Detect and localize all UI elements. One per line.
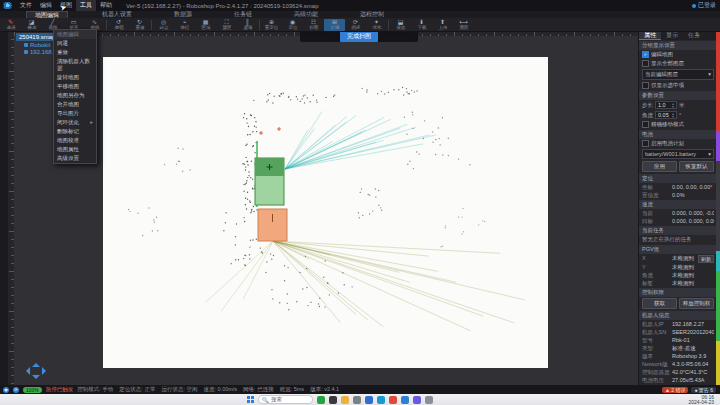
tool-重定位[interactable]: ⊕重定位 [261,19,282,31]
select-field[interactable]: 当前编辑图层▾ [642,69,714,80]
tool-保存[interactable]: ⬓保存 [390,19,411,31]
tool-上传[interactable]: ⬆上传 [432,19,453,31]
phone-link-icon[interactable] [353,396,361,404]
start-button[interactable] [247,396,254,403]
checkbox-icon[interactable] [642,121,649,128]
pan-up-button[interactable] [32,359,40,367]
checkbox-仅显示选中项[interactable]: 仅显示选中项 [639,81,717,90]
checkbox-启用电池计划[interactable]: 启用电池计划 [639,139,717,148]
settings-icon[interactable] [425,396,433,404]
spin-input[interactable]: 1.0▴▾ [655,101,677,109]
pan-down-button[interactable] [32,375,40,383]
taskbar-clock[interactable]: 06:16 2024-04-23 [688,395,714,405]
ribbon-tab-高级功能[interactable]: 高级功能 [286,11,326,18]
menu-item-旋转地图[interactable]: 旋转地图 [54,73,96,82]
menu-item-清除机器人数据[interactable]: 清除机器人数据 [54,57,96,73]
tool-选择[interactable]: ✎选择 [0,19,21,31]
wps-icon[interactable] [317,396,325,404]
scroll-minimap[interactable] [716,31,720,385]
ribbon-tab-机器人设置[interactable]: 机器人设置 [94,11,140,18]
app-blue-icon[interactable] [365,396,373,404]
menu-item-地图另存为[interactable]: 地图另存为 [54,91,96,100]
tool-闭环[interactable]: ⟳闭环 [345,19,366,31]
menu-item-高级设置[interactable]: 高级设置 [54,154,96,163]
menu-item-删除标记[interactable]: 删除标记 [54,127,96,136]
menu-工具[interactable]: 工具 [76,0,96,11]
checkbox-icon[interactable]: ✓ [642,51,649,58]
taskbar-search[interactable]: 🔍 搜索 [258,395,313,404]
释放控制权-button[interactable]: 释放控制权 [679,298,714,309]
tool-禁区[interactable]: ⛶禁区 [216,19,237,31]
ruler-tick [134,32,135,36]
error-badge[interactable]: ▲ 2 错误 [662,387,689,393]
tool-撤销[interactable]: ↺撤销 [108,19,129,31]
pan-right-button[interactable] [42,367,50,375]
刷新-button[interactable]: 刷新 [698,255,714,263]
tool-扩建[interactable]: ⊞扩建 [324,19,345,31]
notepad-icon[interactable] [329,396,337,404]
map-canvas[interactable]: 250419.smap Robokit192.168.2.27 + − [14,31,638,385]
tool-下载[interactable]: ⬇下载 [411,19,432,31]
file-explorer-icon[interactable] [341,396,349,404]
chevron-down-icon: ▾ [708,71,711,78]
tool-站点[interactable]: ◎站点 [153,19,174,31]
menu-文件[interactable]: 文件 [16,0,36,11]
menu-item-回退[interactable]: 回退 [54,39,96,48]
store-icon[interactable] [413,396,421,404]
ribbon-tab-任务链[interactable]: 任务链 [226,11,260,18]
tool-虚墙[interactable]: ║虚墙 [237,19,258,31]
checkbox-icon[interactable] [642,60,649,67]
spin-input[interactable]: 0.05▴▾ [655,111,677,119]
menu-item-平移地图[interactable]: 平移地图 [54,82,96,91]
checkbox-精确移动模式[interactable]: 精确移动模式 [639,120,717,129]
panel-tab-属性[interactable]: 属性 [639,31,661,40]
checkbox-编辑地图[interactable]: ✓编辑地图 [639,50,717,59]
恢复默认-button[interactable]: 恢复默认 [679,161,714,172]
menu-item-闭环优化[interactable]: 闭环优化▸ [54,118,96,127]
checkbox-icon[interactable] [642,140,649,147]
应用-button[interactable]: 应用 [642,161,677,172]
finish-scan-button[interactable]: 完成扫图 [340,31,378,42]
tool-测距[interactable]: ⟷测距 [453,19,474,31]
menu-item-地图校准[interactable]: 地图校准 [54,136,96,145]
spinner-arrows-icon[interactable]: ▴▾ [672,102,674,108]
ruler-tick [11,87,14,88]
pan-left-button[interactable] [22,367,30,375]
menu-item-导出图片[interactable]: 导出图片 [54,109,96,118]
tool-定位[interactable]: ◉定位 [282,19,303,31]
menu-item-重做[interactable]: 重做 [54,48,96,57]
checkbox-icon[interactable] [642,82,649,89]
section-控制权限: 控制权限 [639,288,717,297]
tool-扫图[interactable]: ☷扫图 [303,19,324,31]
ruler-tick [11,247,14,248]
browser-icon[interactable] [401,396,409,404]
tool-区域[interactable]: ▦区域 [195,19,216,31]
panel-tab-显示[interactable]: 显示 [661,31,683,40]
security-app-icon[interactable] [389,396,397,404]
sync-status-icon[interactable]: ⟳ [13,387,19,393]
menu-item-地图属性[interactable]: 地图属性 [54,145,96,154]
tool-优化[interactable]: ✦优化 [366,19,387,31]
tool-重做[interactable]: ↻重做 [129,19,150,31]
tool-路径[interactable]: ⌁路径 [174,19,195,31]
info-row: 机器人IP192.168.2.27 [639,320,717,328]
warning-badge[interactable]: ● 警告 6 [691,387,716,393]
panel-tabs: 属性显示任务 [639,31,717,40]
edge-browser-icon[interactable] [377,396,385,404]
panel-tab-任务[interactable]: 任务 [683,31,705,40]
select-field[interactable]: battery/W001.battery▾ [642,149,714,159]
connect-status-icon[interactable]: ◉ [3,387,9,393]
ruler-tick [118,34,119,36]
scroll-mark [716,161,720,251]
ribbon-tab-数据源[interactable]: 数据源 [166,11,200,18]
info-key: 版本 [642,353,672,360]
menu-编辑[interactable]: 编辑 [36,0,56,11]
session-status[interactable]: 已登录 [692,1,716,10]
获取-button[interactable]: 获取 [642,298,677,309]
menu-item-合并地图[interactable]: 合并地图 [54,100,96,109]
ruler-tick [542,34,543,36]
tool-橡皮[interactable]: ◪橡皮 [21,19,42,31]
ribbon-tab-远程控制[interactable]: 远程控制 [352,11,392,18]
spinner-arrows-icon[interactable]: ▴▾ [672,112,674,118]
checkbox-显示全部图层[interactable]: 显示全部图层 [639,59,717,68]
